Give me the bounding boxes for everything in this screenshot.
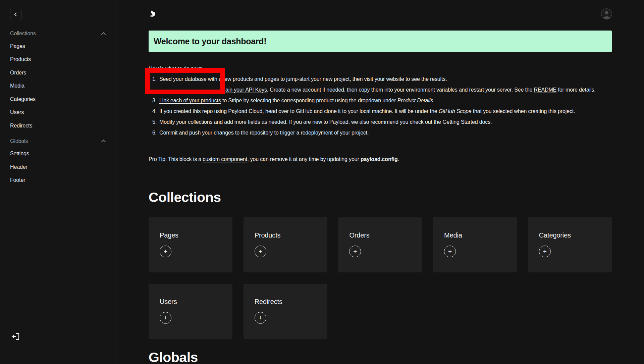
sidebar-group-label: Collections xyxy=(10,31,36,37)
text-segment: Product Details xyxy=(397,98,433,103)
checklist-number: 4. xyxy=(149,106,157,117)
create-products-button[interactable]: + xyxy=(255,246,266,257)
collections-card-grid: Pages+Products+Orders+Media+Categories+U… xyxy=(149,217,612,339)
chevron-up-icon xyxy=(101,32,106,35)
inline-link[interactable]: README xyxy=(534,87,557,93)
checklist-number: 5. xyxy=(149,117,157,127)
checklist-item: ain your API Keys. Create a new account … xyxy=(149,85,612,95)
text-segment: to Stripe by selecting the corresponding… xyxy=(221,98,397,103)
collection-card-title: Redirects xyxy=(255,298,327,306)
text-segment: Pro Tip: This block is a xyxy=(149,156,203,162)
logout-button[interactable] xyxy=(11,332,20,342)
inline-link[interactable]: ain your API Keys xyxy=(225,87,267,93)
text-segment: docs. xyxy=(478,119,492,125)
plus-icon: + xyxy=(164,248,167,255)
text-segment: that you selected when creating this pro… xyxy=(472,108,575,114)
text-segment: GitHub Scope xyxy=(439,108,472,114)
onboarding-checklist: 1.Seed your database with a few products… xyxy=(149,74,612,138)
inline-link[interactable]: collections xyxy=(188,119,212,125)
create-pages-button[interactable]: + xyxy=(160,246,171,257)
plus-icon: + xyxy=(543,248,547,255)
sidebar-item-footer[interactable]: Footer xyxy=(10,174,106,187)
sidebar-group-collections[interactable]: Collections xyxy=(10,30,106,37)
collection-card-title: Media xyxy=(444,231,517,239)
text-segment: and add more xyxy=(212,119,248,125)
sidebar-item-redirects[interactable]: Redirects xyxy=(10,119,106,133)
checklist-item: 4.If you created this repo using Payload… xyxy=(149,106,612,117)
checklist-number: 1. xyxy=(149,74,157,85)
payload-logo xyxy=(149,9,157,19)
text-segment: Modify your xyxy=(159,119,188,125)
collection-card-media[interactable]: Media+ xyxy=(433,217,517,272)
intro-text: Here's what to do next: xyxy=(149,63,612,74)
sidebar-item-orders[interactable]: Orders xyxy=(10,66,106,80)
sidebar-item-media[interactable]: Media xyxy=(10,80,106,93)
checklist-number: 6. xyxy=(149,127,157,138)
text-segment: to see the results. xyxy=(404,76,447,82)
account-button[interactable] xyxy=(601,8,612,19)
text-segment: . Create a new account if needed, then c… xyxy=(267,87,534,93)
text-segment: payload.config xyxy=(361,156,398,162)
checklist-item: 3.Link each of your products to Stripe b… xyxy=(149,95,612,106)
inline-link[interactable]: custom component xyxy=(203,156,247,162)
welcome-banner-title: Welcome to your dashboard! xyxy=(154,37,266,46)
collection-card-users[interactable]: Users+ xyxy=(149,284,232,339)
sidebar-item-products[interactable]: Products xyxy=(10,53,106,66)
sidebar-group-globals[interactable]: Globals xyxy=(10,138,106,145)
sidebar-item-header[interactable]: Header xyxy=(10,160,106,174)
sidebar-collapse-button[interactable] xyxy=(10,9,21,20)
user-avatar-icon xyxy=(601,9,612,19)
main-content: Welcome to your dashboard! Here's what t… xyxy=(116,0,644,364)
sidebar-item-pages[interactable]: Pages xyxy=(10,40,106,53)
sidebar-item-settings[interactable]: Settings xyxy=(10,147,106,161)
checklist-item: 6.Commit and push your changes to the re… xyxy=(149,127,612,138)
text-segment: with a few products and pages to jump-st… xyxy=(207,76,364,82)
text-segment: . xyxy=(433,98,434,103)
create-users-button[interactable]: + xyxy=(160,312,171,324)
collection-card-title: Orders xyxy=(349,231,422,239)
plus-icon: + xyxy=(259,248,262,255)
text-segment: Commit and push your changes to the repo… xyxy=(159,130,369,136)
create-orders-button[interactable]: + xyxy=(349,246,361,257)
sidebar-nav: CollectionsPagesProductsOrdersMediaCateg… xyxy=(10,30,106,187)
sidebar-item-categories[interactable]: Categories xyxy=(10,93,106,106)
inline-link[interactable]: Link each of your products xyxy=(159,98,221,103)
logout-icon xyxy=(11,332,20,341)
sidebar-group-label: Globals xyxy=(10,138,28,144)
collection-card-redirects[interactable]: Redirects+ xyxy=(244,284,327,339)
inline-link[interactable]: Getting Started xyxy=(442,119,478,125)
create-redirects-button[interactable]: + xyxy=(255,312,266,324)
inline-link[interactable]: Seed your database xyxy=(159,76,207,82)
text-segment: . xyxy=(398,156,399,162)
create-categories-button[interactable]: + xyxy=(539,246,551,257)
text-segment: for more details. xyxy=(556,87,595,93)
create-media-button[interactable]: + xyxy=(444,246,456,257)
collection-card-categories[interactable]: Categories+ xyxy=(528,217,612,272)
welcome-banner: Welcome to your dashboard! xyxy=(149,31,612,52)
text-segment: If you created this repo using Payload C… xyxy=(159,108,439,114)
collection-card-products[interactable]: Products+ xyxy=(244,217,327,272)
collection-card-title: Categories xyxy=(539,231,612,239)
collections-section-title: Collections xyxy=(149,190,612,205)
chevron-up-icon xyxy=(101,140,106,143)
plus-icon: + xyxy=(259,315,262,321)
pro-tip-text: Pro Tip: This block is a custom componen… xyxy=(149,154,612,165)
checklist-number: 3. xyxy=(149,95,157,106)
collection-card-pages[interactable]: Pages+ xyxy=(149,217,232,272)
text-segment: , you can remove it at any time by updat… xyxy=(247,156,361,162)
plus-icon: + xyxy=(164,315,167,321)
sidebar-item-users[interactable]: Users xyxy=(10,106,106,119)
text-segment: as needed. If you are new to Payload, we… xyxy=(260,119,442,125)
checklist-item: 5.Modify your collections and add more f… xyxy=(149,117,612,127)
inline-link[interactable]: fields xyxy=(248,119,260,125)
plus-icon: + xyxy=(353,248,357,255)
sidebar: CollectionsPagesProductsOrdersMediaCateg… xyxy=(0,0,116,364)
collection-card-title: Products xyxy=(255,231,327,239)
inline-link[interactable]: visit your website xyxy=(364,76,404,82)
collection-card-title: Pages xyxy=(160,231,232,239)
collection-card-orders[interactable]: Orders+ xyxy=(338,217,422,272)
plus-icon: + xyxy=(448,248,452,255)
globals-section-title: Globals xyxy=(149,350,612,364)
collection-card-title: Users xyxy=(160,298,232,306)
chevron-left-icon xyxy=(14,12,18,16)
